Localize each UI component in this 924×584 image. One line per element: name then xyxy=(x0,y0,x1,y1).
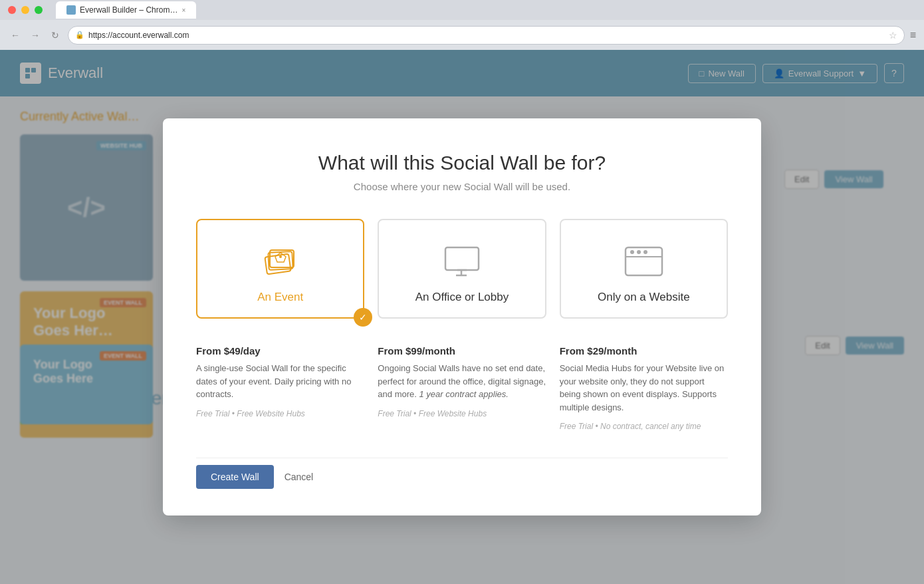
pricing-website: From $29/month Social Media Hubs for you… xyxy=(560,345,728,431)
tab-title: Everwall Builder – Chrom… xyxy=(80,5,177,15)
browser-titlebar: Everwall Builder – Chrom… × xyxy=(0,0,924,20)
event-icon xyxy=(257,240,304,280)
browser-chrome: Everwall Builder – Chrom… × ← → ↻ 🔒 http… xyxy=(0,0,924,50)
office-icon xyxy=(439,240,485,280)
traffic-light-green[interactable] xyxy=(35,6,43,14)
website-option-label: Only on a Website xyxy=(598,291,690,304)
browser-addressbar: ← → ↻ 🔒 https://account.everwall.com ☆ ≡ xyxy=(0,20,924,50)
selected-checkmark: ✓ xyxy=(354,308,372,327)
modal-subtitle: Choose where your new Social Wall will b… xyxy=(196,181,728,192)
bookmark-icon[interactable]: ☆ xyxy=(889,30,897,41)
app-background: Everwall □ New Wall 👤 Everwall Support ▼… xyxy=(0,50,924,584)
ssl-icon: 🔒 xyxy=(75,31,84,39)
event-option-label: An Event xyxy=(257,291,303,304)
pricing-desc-office: Ongoing Social Walls have no set end dat… xyxy=(378,362,546,401)
wall-option-website[interactable]: Only on a Website xyxy=(560,219,728,319)
pricing-office: From $99/month Ongoing Social Walls have… xyxy=(378,345,546,431)
cancel-button[interactable]: Cancel xyxy=(285,472,314,482)
website-icon xyxy=(620,240,667,280)
back-button[interactable]: ← xyxy=(8,28,23,43)
url-bar[interactable]: 🔒 https://account.everwall.com ☆ xyxy=(68,26,905,45)
modal-footer: Create Wall Cancel xyxy=(196,458,728,489)
browser-menu-button[interactable]: ≡ xyxy=(910,29,916,41)
modal-title: What will this Social Wall be for? xyxy=(196,152,728,174)
pricing-from-website: From $29/month xyxy=(560,345,728,357)
modal-dialog: What will this Social Wall be for? Choos… xyxy=(163,118,761,515)
svg-rect-7 xyxy=(445,247,479,270)
tab-close-button[interactable]: × xyxy=(181,7,185,14)
url-text: https://account.everwall.com xyxy=(88,31,189,40)
svg-point-13 xyxy=(630,250,634,254)
pricing-desc-website: Social Media Hubs for your Website live … xyxy=(560,362,728,414)
pricing-features-office: Free Trial • Free Website Hubs xyxy=(378,409,546,418)
wall-option-office[interactable]: An Office or Lobby xyxy=(378,219,546,319)
modal-overlay: What will this Social Wall be for? Choos… xyxy=(0,50,924,584)
create-wall-button[interactable]: Create Wall xyxy=(196,465,274,489)
svg-point-6 xyxy=(279,255,282,258)
wall-options: An Event ✓ An Office or Lobby xyxy=(196,219,728,319)
forward-button[interactable]: → xyxy=(28,28,43,43)
pricing-features-website: Free Trial • No contract, cancel any tim… xyxy=(560,422,728,431)
pricing-desc-event: A single-use Social Wall for the specifi… xyxy=(196,362,364,401)
refresh-button[interactable]: ↻ xyxy=(48,28,62,43)
pricing-features-event: Free Trial • Free Website Hubs xyxy=(196,409,364,418)
pricing-from-event: From $49/day xyxy=(196,345,364,357)
svg-point-15 xyxy=(643,250,647,254)
traffic-light-yellow[interactable] xyxy=(21,6,29,14)
svg-point-14 xyxy=(637,250,641,254)
pricing-from-office: From $99/month xyxy=(378,345,546,357)
wall-option-event[interactable]: An Event ✓ xyxy=(196,219,364,319)
tab-favicon xyxy=(66,5,76,15)
office-option-label: An Office or Lobby xyxy=(415,291,509,304)
browser-tab[interactable]: Everwall Builder – Chrom… × xyxy=(56,1,196,19)
traffic-light-red[interactable] xyxy=(8,6,16,14)
pricing-grid: From $49/day A single-use Social Wall fo… xyxy=(196,345,728,431)
pricing-event: From $49/day A single-use Social Wall fo… xyxy=(196,345,364,431)
